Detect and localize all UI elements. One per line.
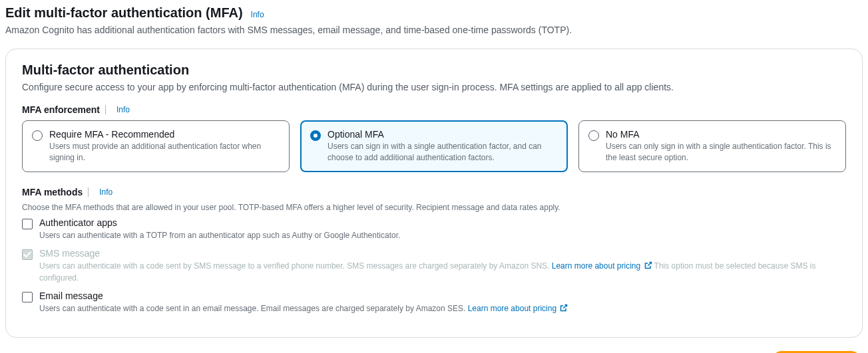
- checkbox-content: SMS message Users can authenticate with …: [39, 248, 846, 284]
- method-authenticator-apps[interactable]: Authenticator apps Users can authenticat…: [22, 217, 846, 241]
- radio-icon: [310, 130, 321, 141]
- enforcement-label: MFA enforcement: [22, 104, 100, 115]
- divider: [88, 187, 89, 197]
- link-text: Learn more about pricing: [552, 261, 643, 271]
- checkbox-content: Email message Users can authenticate wit…: [39, 291, 846, 314]
- tile-content: No MFA Users can only sign in with a sin…: [606, 129, 836, 164]
- pricing-link-sms[interactable]: Learn more about pricing: [552, 261, 652, 271]
- checkbox-title: SMS message: [39, 248, 846, 259]
- pricing-link-email[interactable]: Learn more about pricing: [468, 304, 568, 313]
- desc-pre: Users can authenticate with a code sent …: [39, 261, 552, 271]
- link-text: Learn more about pricing: [468, 304, 559, 313]
- desc-pre: Users can authenticate with a code sent …: [39, 304, 468, 313]
- divider: [105, 105, 106, 114]
- tile-title: Require MFA - Recommended: [49, 129, 280, 140]
- checkbox-title: Email message: [39, 291, 846, 301]
- radio-icon: [588, 130, 599, 141]
- methods-label-row: MFA methods Info: [22, 187, 846, 197]
- checkbox-icon: [22, 249, 33, 260]
- method-sms-message: SMS message Users can authenticate with …: [22, 248, 846, 284]
- checkbox-desc: Users can authenticate with a code sent …: [39, 302, 846, 314]
- tile-desc: Users can sign in with a single authenti…: [327, 141, 558, 164]
- tile-content: Optional MFA Users can sign in with a si…: [327, 129, 558, 164]
- external-link-icon: [644, 261, 652, 269]
- checkbox-icon: [22, 292, 33, 302]
- external-link-icon: [560, 304, 568, 312]
- tile-optional-mfa[interactable]: Optional MFA Users can sign in with a si…: [300, 120, 568, 172]
- methods-info-link[interactable]: Info: [99, 187, 112, 197]
- checkbox-title: Authenticator apps: [39, 217, 846, 228]
- panel-title: Multi-factor authentication: [22, 62, 846, 78]
- tile-title: Optional MFA: [327, 129, 558, 140]
- enforcement-tiles: Require MFA - Recommended Users must pro…: [22, 120, 846, 172]
- page-description: Amazon Cognito has additional authentica…: [5, 25, 863, 35]
- checkbox-icon: [22, 219, 33, 229]
- tile-title: No MFA: [606, 129, 836, 140]
- tile-no-mfa[interactable]: No MFA Users can only sign in with a sin…: [578, 120, 846, 172]
- cancel-button[interactable]: Cancel: [706, 351, 763, 353]
- enforcement-info-link[interactable]: Info: [116, 105, 130, 114]
- page-info-link[interactable]: Info: [251, 10, 264, 19]
- checkbox-desc: Users can authenticate with a code sent …: [39, 260, 846, 284]
- footer-actions: Cancel Save changes: [5, 351, 863, 353]
- checkbox-content: Authenticator apps Users can authenticat…: [39, 217, 846, 241]
- enforcement-label-row: MFA enforcement Info: [22, 104, 846, 115]
- methods-desc: Choose the MFA methods that are allowed …: [22, 203, 846, 212]
- tile-desc: Users must provide an additional authent…: [49, 141, 280, 164]
- radio-icon: [32, 130, 43, 141]
- tile-require-mfa[interactable]: Require MFA - Recommended Users must pro…: [22, 120, 290, 172]
- page-header: Edit multi-factor authentication (MFA) I…: [5, 5, 863, 35]
- tile-content: Require MFA - Recommended Users must pro…: [49, 129, 280, 164]
- methods-label: MFA methods: [22, 187, 83, 197]
- save-changes-button[interactable]: Save changes: [771, 351, 861, 353]
- panel-description: Configure secure access to your app by e…: [22, 82, 846, 92]
- tile-desc: Users can only sign in with a single aut…: [606, 141, 836, 164]
- page-title: Edit multi-factor authentication (MFA): [5, 5, 243, 20]
- method-email-message[interactable]: Email message Users can authenticate wit…: [22, 291, 846, 314]
- mfa-panel: Multi-factor authentication Configure se…: [5, 49, 863, 338]
- checkbox-desc: Users can authenticate with a TOTP from …: [39, 229, 846, 241]
